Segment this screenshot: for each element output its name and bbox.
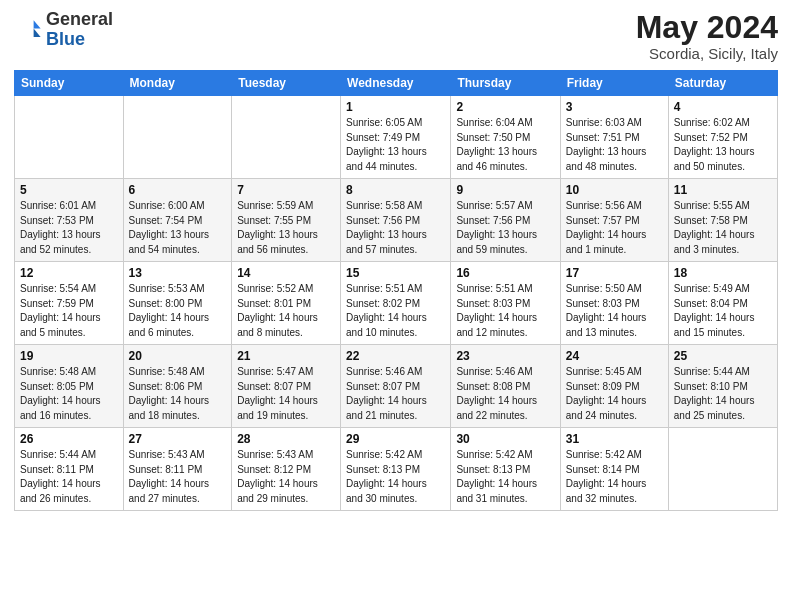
day-number: 28 xyxy=(237,432,335,446)
day-number: 19 xyxy=(20,349,118,363)
day-number: 4 xyxy=(674,100,772,114)
day-info: Sunrise: 5:48 AM Sunset: 8:05 PM Dayligh… xyxy=(20,365,118,423)
week-row-3: 19Sunrise: 5:48 AM Sunset: 8:05 PM Dayli… xyxy=(15,345,778,428)
day-info: Sunrise: 5:44 AM Sunset: 8:11 PM Dayligh… xyxy=(20,448,118,506)
day-number: 6 xyxy=(129,183,227,197)
table-row: 1Sunrise: 6:05 AM Sunset: 7:49 PM Daylig… xyxy=(341,96,451,179)
week-row-1: 5Sunrise: 6:01 AM Sunset: 7:53 PM Daylig… xyxy=(15,179,778,262)
day-info: Sunrise: 5:55 AM Sunset: 7:58 PM Dayligh… xyxy=(674,199,772,257)
table-row: 6Sunrise: 6:00 AM Sunset: 7:54 PM Daylig… xyxy=(123,179,232,262)
table-row: 2Sunrise: 6:04 AM Sunset: 7:50 PM Daylig… xyxy=(451,96,560,179)
table-row: 10Sunrise: 5:56 AM Sunset: 7:57 PM Dayli… xyxy=(560,179,668,262)
day-number: 12 xyxy=(20,266,118,280)
day-number: 10 xyxy=(566,183,663,197)
table-row: 29Sunrise: 5:42 AM Sunset: 8:13 PM Dayli… xyxy=(341,428,451,511)
logo: General Blue xyxy=(14,10,113,50)
header-friday: Friday xyxy=(560,71,668,96)
day-number: 7 xyxy=(237,183,335,197)
logo-text: General Blue xyxy=(46,10,113,50)
day-number: 3 xyxy=(566,100,663,114)
header: General Blue May 2024 Scordia, Sicily, I… xyxy=(14,10,778,62)
table-row: 3Sunrise: 6:03 AM Sunset: 7:51 PM Daylig… xyxy=(560,96,668,179)
day-info: Sunrise: 5:59 AM Sunset: 7:55 PM Dayligh… xyxy=(237,199,335,257)
day-number: 18 xyxy=(674,266,772,280)
location: Scordia, Sicily, Italy xyxy=(636,45,778,62)
table-row: 18Sunrise: 5:49 AM Sunset: 8:04 PM Dayli… xyxy=(668,262,777,345)
week-row-2: 12Sunrise: 5:54 AM Sunset: 7:59 PM Dayli… xyxy=(15,262,778,345)
day-info: Sunrise: 5:46 AM Sunset: 8:07 PM Dayligh… xyxy=(346,365,445,423)
table-row: 7Sunrise: 5:59 AM Sunset: 7:55 PM Daylig… xyxy=(232,179,341,262)
day-number: 15 xyxy=(346,266,445,280)
day-info: Sunrise: 5:43 AM Sunset: 8:11 PM Dayligh… xyxy=(129,448,227,506)
table-row: 14Sunrise: 5:52 AM Sunset: 8:01 PM Dayli… xyxy=(232,262,341,345)
day-info: Sunrise: 5:42 AM Sunset: 8:13 PM Dayligh… xyxy=(456,448,554,506)
table-row: 12Sunrise: 5:54 AM Sunset: 7:59 PM Dayli… xyxy=(15,262,124,345)
day-number: 31 xyxy=(566,432,663,446)
table-row: 28Sunrise: 5:43 AM Sunset: 8:12 PM Dayli… xyxy=(232,428,341,511)
day-info: Sunrise: 6:02 AM Sunset: 7:52 PM Dayligh… xyxy=(674,116,772,174)
day-info: Sunrise: 5:47 AM Sunset: 8:07 PM Dayligh… xyxy=(237,365,335,423)
day-number: 30 xyxy=(456,432,554,446)
day-info: Sunrise: 6:01 AM Sunset: 7:53 PM Dayligh… xyxy=(20,199,118,257)
day-number: 27 xyxy=(129,432,227,446)
table-row: 20Sunrise: 5:48 AM Sunset: 8:06 PM Dayli… xyxy=(123,345,232,428)
table-row: 19Sunrise: 5:48 AM Sunset: 8:05 PM Dayli… xyxy=(15,345,124,428)
table-row xyxy=(15,96,124,179)
day-info: Sunrise: 5:57 AM Sunset: 7:56 PM Dayligh… xyxy=(456,199,554,257)
day-number: 24 xyxy=(566,349,663,363)
day-info: Sunrise: 5:58 AM Sunset: 7:56 PM Dayligh… xyxy=(346,199,445,257)
table-row: 5Sunrise: 6:01 AM Sunset: 7:53 PM Daylig… xyxy=(15,179,124,262)
header-wednesday: Wednesday xyxy=(341,71,451,96)
day-info: Sunrise: 6:00 AM Sunset: 7:54 PM Dayligh… xyxy=(129,199,227,257)
day-number: 22 xyxy=(346,349,445,363)
table-row xyxy=(123,96,232,179)
table-row: 9Sunrise: 5:57 AM Sunset: 7:56 PM Daylig… xyxy=(451,179,560,262)
table-row: 4Sunrise: 6:02 AM Sunset: 7:52 PM Daylig… xyxy=(668,96,777,179)
day-number: 25 xyxy=(674,349,772,363)
day-number: 26 xyxy=(20,432,118,446)
calendar: Sunday Monday Tuesday Wednesday Thursday… xyxy=(14,70,778,511)
day-info: Sunrise: 5:42 AM Sunset: 8:13 PM Dayligh… xyxy=(346,448,445,506)
table-row: 26Sunrise: 5:44 AM Sunset: 8:11 PM Dayli… xyxy=(15,428,124,511)
table-row: 17Sunrise: 5:50 AM Sunset: 8:03 PM Dayli… xyxy=(560,262,668,345)
table-row: 16Sunrise: 5:51 AM Sunset: 8:03 PM Dayli… xyxy=(451,262,560,345)
day-info: Sunrise: 5:45 AM Sunset: 8:09 PM Dayligh… xyxy=(566,365,663,423)
table-row: 8Sunrise: 5:58 AM Sunset: 7:56 PM Daylig… xyxy=(341,179,451,262)
day-number: 20 xyxy=(129,349,227,363)
day-info: Sunrise: 5:52 AM Sunset: 8:01 PM Dayligh… xyxy=(237,282,335,340)
table-row: 24Sunrise: 5:45 AM Sunset: 8:09 PM Dayli… xyxy=(560,345,668,428)
table-row: 25Sunrise: 5:44 AM Sunset: 8:10 PM Dayli… xyxy=(668,345,777,428)
month-year: May 2024 xyxy=(636,10,778,45)
day-number: 13 xyxy=(129,266,227,280)
logo-general: General xyxy=(46,9,113,29)
day-info: Sunrise: 5:56 AM Sunset: 7:57 PM Dayligh… xyxy=(566,199,663,257)
day-number: 29 xyxy=(346,432,445,446)
weekday-header-row: Sunday Monday Tuesday Wednesday Thursday… xyxy=(15,71,778,96)
header-saturday: Saturday xyxy=(668,71,777,96)
table-row: 13Sunrise: 5:53 AM Sunset: 8:00 PM Dayli… xyxy=(123,262,232,345)
svg-marker-0 xyxy=(34,20,41,28)
day-number: 21 xyxy=(237,349,335,363)
table-row: 22Sunrise: 5:46 AM Sunset: 8:07 PM Dayli… xyxy=(341,345,451,428)
day-info: Sunrise: 5:51 AM Sunset: 8:03 PM Dayligh… xyxy=(456,282,554,340)
day-info: Sunrise: 6:03 AM Sunset: 7:51 PM Dayligh… xyxy=(566,116,663,174)
page: General Blue May 2024 Scordia, Sicily, I… xyxy=(0,0,792,612)
day-number: 17 xyxy=(566,266,663,280)
day-info: Sunrise: 5:48 AM Sunset: 8:06 PM Dayligh… xyxy=(129,365,227,423)
day-number: 16 xyxy=(456,266,554,280)
day-info: Sunrise: 6:05 AM Sunset: 7:49 PM Dayligh… xyxy=(346,116,445,174)
header-sunday: Sunday xyxy=(15,71,124,96)
day-number: 14 xyxy=(237,266,335,280)
day-number: 9 xyxy=(456,183,554,197)
day-number: 8 xyxy=(346,183,445,197)
day-info: Sunrise: 6:04 AM Sunset: 7:50 PM Dayligh… xyxy=(456,116,554,174)
day-number: 23 xyxy=(456,349,554,363)
day-info: Sunrise: 5:51 AM Sunset: 8:02 PM Dayligh… xyxy=(346,282,445,340)
day-number: 11 xyxy=(674,183,772,197)
header-tuesday: Tuesday xyxy=(232,71,341,96)
day-number: 5 xyxy=(20,183,118,197)
table-row: 15Sunrise: 5:51 AM Sunset: 8:02 PM Dayli… xyxy=(341,262,451,345)
logo-icon xyxy=(14,16,42,44)
table-row xyxy=(668,428,777,511)
day-info: Sunrise: 5:54 AM Sunset: 7:59 PM Dayligh… xyxy=(20,282,118,340)
